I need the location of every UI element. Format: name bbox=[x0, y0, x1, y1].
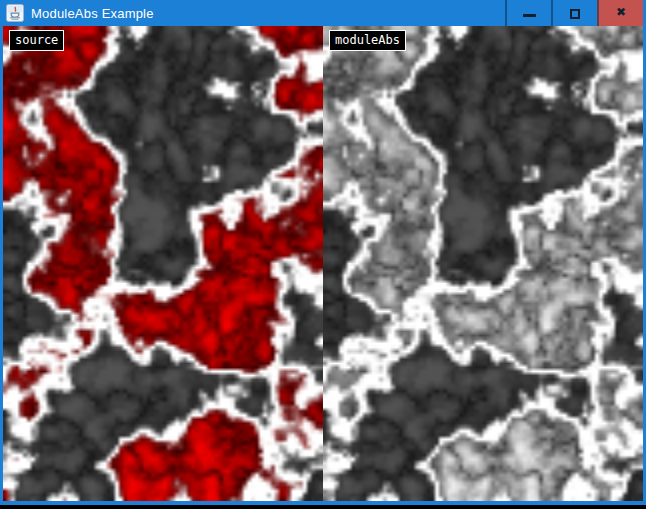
close-button[interactable]: ✖ bbox=[597, 0, 643, 26]
app-window: ModuleAbs Example ✖ source moduleAbs bbox=[0, 0, 646, 505]
window-content: source moduleAbs bbox=[3, 26, 643, 501]
maximize-icon bbox=[570, 9, 580, 19]
source-panel: source bbox=[3, 26, 323, 501]
maximize-button[interactable] bbox=[551, 0, 597, 26]
titlebar: ModuleAbs Example ✖ bbox=[3, 0, 643, 26]
source-label: source bbox=[9, 30, 64, 51]
window-controls: ✖ bbox=[505, 0, 643, 26]
source-image bbox=[3, 26, 323, 501]
moduleabs-image bbox=[323, 26, 643, 501]
minimize-icon bbox=[523, 14, 536, 17]
minimize-button[interactable] bbox=[505, 0, 551, 26]
close-icon: ✖ bbox=[616, 6, 626, 18]
moduleabs-panel: moduleAbs bbox=[323, 26, 643, 501]
java-coffee-cup-icon bbox=[6, 4, 24, 22]
moduleabs-label: moduleAbs bbox=[329, 30, 406, 51]
window-title: ModuleAbs Example bbox=[31, 6, 505, 21]
